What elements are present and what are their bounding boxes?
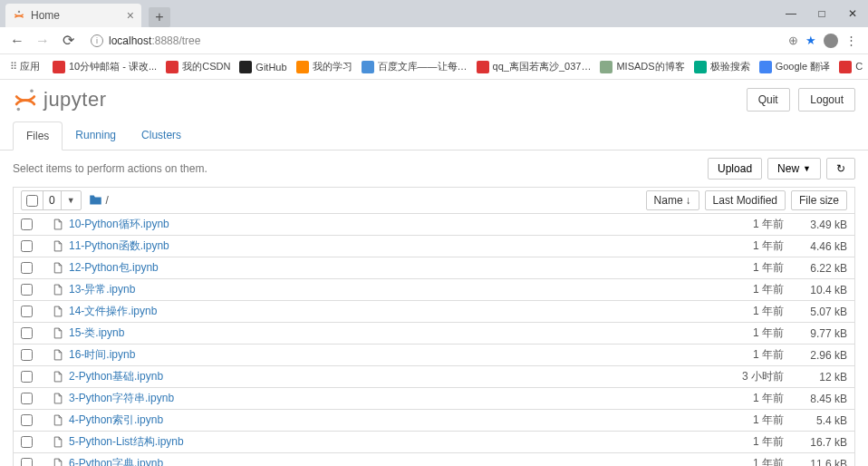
file-size: 4.46 kB [784, 240, 847, 253]
row-checkbox[interactable] [21, 262, 33, 274]
file-modified: 1 年前 [711, 217, 784, 232]
notebook-icon [51, 458, 63, 467]
notebook-icon [51, 349, 63, 362]
bookmark-item[interactable]: 10分钟邮箱 - 课改... [48, 58, 161, 75]
upload-button[interactable]: Upload [708, 158, 762, 180]
file-size: 3.49 kB [784, 218, 847, 231]
reload-button[interactable]: ⟳ [56, 29, 80, 53]
file-size: 16.7 kB [784, 436, 847, 449]
chevron-down-icon: ▼ [803, 164, 811, 173]
file-size: 5.07 kB [784, 306, 847, 318]
address-bar[interactable]: i localhost:8888/tree [82, 30, 781, 52]
logout-button[interactable]: Logout [798, 88, 855, 112]
jupyter-logo-text: jupyter [43, 88, 107, 112]
selection-hint: Select items to perform actions on them. [13, 162, 207, 175]
select-all-checkbox[interactable] [26, 195, 38, 207]
jupyter-header: jupyter Quit Logout [0, 80, 868, 121]
browser-tab[interactable]: Home × [5, 4, 141, 27]
bookmark-star-icon[interactable]: ★ [805, 34, 816, 47]
bookmark-favicon [362, 61, 374, 73]
bookmark-item[interactable]: 我的学习 [292, 58, 357, 75]
profile-avatar[interactable] [824, 34, 838, 48]
row-checkbox[interactable] [21, 393, 33, 404]
file-link[interactable]: 3-Python字符串.ipynb [69, 391, 174, 406]
jupyter-tabs: Files Running Clusters [0, 121, 868, 150]
row-checkbox[interactable] [21, 306, 33, 317]
file-size: 2.96 kB [784, 349, 847, 362]
folder-icon[interactable] [89, 193, 102, 209]
quit-button[interactable]: Quit [747, 88, 790, 112]
file-size: 9.77 kB [784, 327, 847, 340]
file-link[interactable]: 16-时间.ipynb [69, 347, 135, 363]
row-checkbox[interactable] [21, 284, 33, 296]
notebook-icon [51, 218, 63, 231]
minimize-button[interactable]: — [776, 0, 806, 27]
bookmark-item[interactable]: 百度文库——让每… [357, 58, 472, 75]
menu-icon[interactable]: ⋮ [845, 34, 857, 47]
file-link[interactable]: 6-Python字典.ipynb [69, 456, 163, 466]
bookmark-item[interactable]: Google 翻译 [755, 58, 835, 75]
tab-files[interactable]: Files [13, 121, 63, 150]
back-button[interactable]: ← [5, 29, 29, 53]
file-link[interactable]: 12-Python包.ipynb [69, 260, 159, 276]
row-checkbox[interactable] [21, 371, 33, 383]
sort-modified-button[interactable]: Last Modified [705, 190, 786, 210]
bookmark-item[interactable]: GitHub [235, 58, 291, 75]
new-tab-button[interactable]: + [149, 7, 170, 27]
file-modified: 1 年前 [711, 282, 784, 297]
file-link[interactable]: 10-Python循环.ipynb [69, 217, 169, 232]
new-button[interactable]: New▼ [767, 158, 821, 180]
row-checkbox[interactable] [21, 240, 33, 252]
sort-name-button[interactable]: Name↓ [646, 190, 699, 210]
apps-grid-icon: ⠿ [10, 61, 16, 73]
url-path: :8888/tree [151, 34, 200, 47]
bookmark-favicon [296, 61, 309, 73]
bookmark-favicon [239, 61, 252, 73]
file-modified: 1 年前 [711, 347, 784, 363]
file-link[interactable]: 5-Python-List结构.ipynb [69, 434, 184, 450]
select-all-control[interactable]: 0 ▼ [21, 190, 82, 210]
jupyter-logo[interactable]: jupyter [13, 87, 107, 112]
apps-button[interactable]: ⠿ 应用 [5, 58, 44, 75]
bookmark-item[interactable]: qq_离国若离沙_037… [472, 58, 596, 75]
file-link[interactable]: 2-Python基础.ipynb [69, 369, 163, 384]
notebook-icon [51, 414, 63, 427]
browser-titlebar: Home × + — □ ✕ [0, 0, 868, 27]
file-link[interactable]: 15-类.ipynb [69, 325, 124, 341]
notebook-icon [51, 327, 63, 340]
tab-clusters[interactable]: Clusters [129, 121, 194, 150]
bookmark-item[interactable]: C++字符集操作详解 [834, 58, 863, 75]
maximize-button[interactable]: □ [806, 0, 837, 27]
notebook-icon [51, 306, 63, 318]
row-checkbox[interactable] [21, 436, 33, 448]
site-info-icon[interactable]: i [91, 34, 103, 47]
breadcrumb-root[interactable]: / [106, 194, 109, 207]
row-checkbox[interactable] [21, 349, 33, 361]
file-link[interactable]: 13-异常.ipynb [69, 282, 135, 297]
file-link[interactable]: 11-Python函数.ipynb [69, 238, 169, 254]
forward-button[interactable]: → [31, 29, 54, 53]
bookmark-item[interactable]: 极验搜索 [690, 58, 755, 75]
file-modified: 1 年前 [711, 260, 784, 276]
zoom-icon[interactable]: ⊕ [788, 34, 798, 47]
bookmark-item[interactable]: MISADS的博客 [595, 58, 689, 75]
row-checkbox[interactable] [21, 218, 33, 230]
close-icon[interactable]: × [127, 8, 134, 23]
sort-size-button[interactable]: File size [791, 190, 847, 210]
refresh-icon: ↻ [836, 162, 845, 175]
file-link[interactable]: 4-Python索引.ipynb [69, 413, 163, 428]
file-link[interactable]: 14-文件操作.ipynb [69, 304, 157, 319]
bookmark-favicon [694, 61, 707, 73]
notebook-icon [51, 284, 63, 296]
file-modified: 1 年前 [711, 413, 784, 428]
row-checkbox[interactable] [21, 414, 33, 426]
row-checkbox[interactable] [21, 458, 33, 466]
chevron-down-icon[interactable]: ▼ [61, 191, 81, 209]
row-checkbox[interactable] [21, 327, 33, 339]
close-window-button[interactable]: ✕ [837, 0, 868, 27]
bookmark-item[interactable]: 我的CSDN [161, 58, 235, 75]
tab-running[interactable]: Running [63, 121, 129, 150]
refresh-button[interactable]: ↻ [826, 158, 855, 180]
sort-down-icon: ↓ [686, 194, 691, 207]
file-row: 13-异常.ipynb1 年前10.4 kB [13, 279, 855, 301]
